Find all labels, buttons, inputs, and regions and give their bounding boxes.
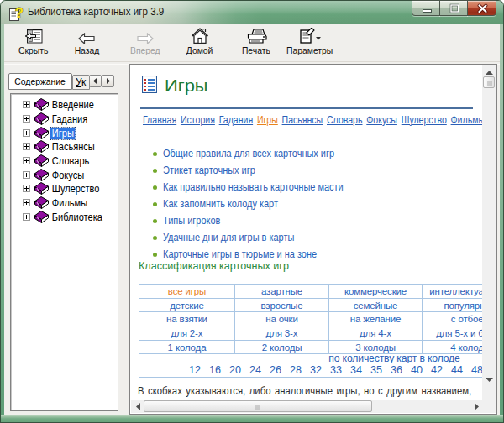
- svg-text:?: ?: [15, 6, 24, 20]
